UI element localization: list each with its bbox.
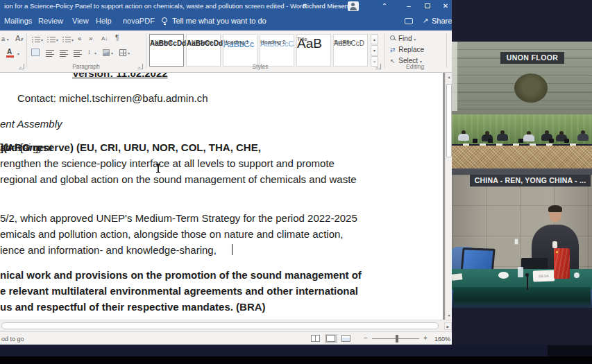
group-divider	[446, 33, 447, 68]
mouse-ibeam-pointer	[158, 164, 159, 173]
tab-review[interactable]: Review	[38, 17, 63, 25]
bullets-dropdown-icon[interactable]: ▾	[41, 37, 43, 42]
style-subtitle[interactable]: AaBbCcD Subtitle	[333, 34, 368, 67]
zoom-out-button[interactable]: −	[364, 334, 368, 342]
microphone	[527, 276, 528, 290]
line-spacing-icon[interactable]: ↕	[87, 48, 91, 56]
tab-view[interactable]: View	[72, 17, 89, 25]
vertical-scrollbar[interactable]: ▲ ▼	[445, 73, 452, 320]
styles-scroll-up-icon[interactable]: ▴	[371, 34, 378, 44]
styles-dialog-launcher-icon[interactable]: ⌄	[375, 64, 381, 69]
video-feed-china: DESA CHINA - REN, YONG CHINA - ...	[452, 175, 592, 311]
bottom-right-patch	[548, 345, 592, 356]
line-spacing-dropdown-icon[interactable]: ▾	[94, 51, 96, 55]
ribbon-display-options-icon[interactable]: ⌃	[377, 0, 392, 12]
dais-monitor	[518, 139, 523, 143]
user-avatar[interactable]	[348, 1, 359, 11]
font-color-dropdown-icon[interactable]: ▾	[17, 51, 19, 56]
change-case-icon[interactable]: a ▾	[1, 35, 9, 44]
window-title: ion for a Science-Policy Panel to suppor…	[4, 2, 305, 10]
text-cursor-caret	[232, 244, 232, 255]
delegate-shirt	[552, 241, 557, 248]
style-title[interactable]: AaB Title	[296, 34, 331, 67]
word-window: ion for a Science-Policy Panel to suppor…	[0, 0, 452, 345]
scroll-right-icon[interactable]: ▶	[444, 322, 452, 330]
delegate-head	[549, 207, 561, 222]
dais-desk-front	[452, 168, 592, 175]
vertical-scroll-thumb[interactable]	[446, 84, 452, 157]
document-page[interactable]: Version: 11.02.2022 Contact: michel.tsch…	[0, 73, 443, 320]
horizontal-scrollbar[interactable]: ▶	[0, 320, 452, 331]
styles-group-label: Styles	[232, 63, 288, 70]
editing-group-label: Editing	[387, 63, 443, 70]
shading-icon[interactable]	[103, 49, 110, 56]
dais-monitor	[549, 139, 554, 143]
decrease-indent-icon[interactable]: «	[78, 35, 82, 43]
desk-front	[453, 287, 591, 311]
style-normal[interactable]: AaBbCcDd 1 Normal	[149, 34, 184, 67]
style-no-spacing[interactable]: AaBbCcDd 1 No Spac...	[186, 34, 221, 67]
light-switch	[514, 239, 518, 245]
dais-desk	[452, 146, 592, 168]
show-formatting-marks-icon[interactable]: ¶	[115, 34, 119, 42]
zoom-in-button[interactable]: +	[423, 334, 428, 342]
font-color-swatch	[6, 55, 14, 58]
minimize-icon[interactable]: –	[401, 0, 416, 12]
video-feed-unon-floor: UNON FLOOR	[452, 42, 592, 175]
print-layout-button[interactable]	[325, 334, 337, 343]
increase-indent-icon[interactable]: »	[89, 35, 93, 43]
shading-dropdown-icon[interactable]: ▾	[111, 51, 113, 55]
justify-button[interactable]	[74, 49, 82, 57]
styles-scroll-down-icon[interactable]: ▾	[371, 45, 378, 55]
wall-pillar	[452, 42, 457, 111]
clear-formatting-icon[interactable]: A✗	[15, 34, 24, 44]
tell-me-lightbulb-icon	[162, 17, 167, 23]
align-center-button[interactable]	[46, 49, 54, 57]
read-mode-button[interactable]	[310, 334, 322, 343]
title-bar: ion for a Science-Policy Panel to suppor…	[0, 0, 452, 12]
comments-icon[interactable]	[405, 18, 413, 24]
style-heading2[interactable]: AaBbCcC Heading 2	[260, 34, 294, 67]
tab-novapdf[interactable]: novaPDF	[123, 17, 155, 25]
zoom-level[interactable]: 160%	[434, 336, 450, 343]
borders-icon[interactable]	[119, 49, 126, 56]
numbering-dropdown-icon[interactable]: ▾	[56, 37, 58, 42]
feed1-label-badge: UNON FLOOR	[500, 52, 564, 64]
screen: ion for a Science-Policy Panel to suppor…	[0, 0, 592, 364]
tab-help[interactable]: Help	[96, 17, 112, 25]
feed2-label-badge: CHINA - REN, YONG CHINA - ...	[470, 175, 591, 187]
horizontal-scroll-thumb[interactable]	[1, 322, 439, 329]
white-cup	[498, 272, 509, 279]
un-emblem	[514, 73, 548, 103]
multilevel-list-icon[interactable]	[62, 36, 71, 44]
restore-icon[interactable]	[420, 0, 435, 12]
borders-dropdown-icon[interactable]: ▾	[128, 51, 130, 55]
web-layout-button[interactable]	[340, 334, 353, 343]
dais-monitor	[488, 139, 493, 143]
paragraph-group-label: Paragraph	[58, 63, 114, 70]
align-right-button[interactable]	[60, 49, 68, 57]
tab-mailings[interactable]: Mailings	[4, 17, 32, 25]
ribbon-tab-row: Mailings Review View Help novaPDF Tell m…	[0, 12, 452, 31]
replace-button[interactable]: ⇄ Replace	[390, 46, 424, 53]
ribbon: a ▾ A✗ A ▾ ⌄ ▾ ▾ ▾ « » A↓ ¶ ↕ ▾	[0, 31, 452, 73]
bullets-icon[interactable]	[32, 36, 40, 44]
tell-me-box[interactable]: Tell me what you want to do	[172, 17, 267, 25]
style-heading1[interactable]: AaBbCc Heading 1	[223, 34, 257, 67]
find-button[interactable]: Find ▾	[390, 35, 416, 42]
numbering-icon[interactable]	[47, 36, 56, 44]
conference-video-panel: UNON FLOOR	[452, 0, 592, 364]
group-divider	[26, 33, 27, 68]
status-bar: od to go − + 160%	[0, 331, 452, 345]
zoom-slider-thumb[interactable]	[396, 335, 398, 343]
paragraph-dialog-launcher-icon[interactable]: ⌄	[137, 64, 143, 69]
align-left-button[interactable]	[31, 49, 40, 56]
font-dialog-launcher-icon[interactable]: ⌄	[19, 64, 24, 69]
dais-monitor	[564, 139, 569, 143]
status-message: od to go	[1, 336, 24, 343]
share-button[interactable]: Share	[432, 17, 452, 25]
multilevel-dropdown-icon[interactable]: ▾	[71, 37, 74, 42]
share-icon: ↗	[423, 17, 428, 24]
sort-icon[interactable]: A↓	[101, 35, 108, 43]
close-icon[interactable]: ✕	[438, 0, 453, 12]
